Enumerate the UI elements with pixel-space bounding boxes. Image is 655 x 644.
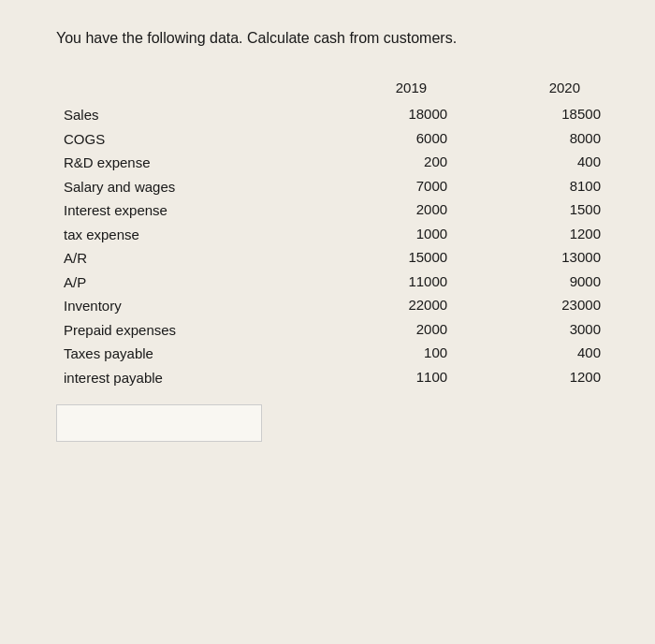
row-label: Inventory — [56, 294, 301, 318]
table-row: A/P110009000 — [56, 271, 608, 295]
row-value-2020: 1500 — [455, 198, 608, 223]
row-value-2019: 22000 — [301, 294, 455, 318]
table-row: Inventory2200023000 — [56, 294, 608, 318]
table-row: R&D expense200400 — [56, 151, 608, 175]
row-value-2020: 400 — [455, 151, 608, 175]
row-value-2019: 100 — [301, 342, 455, 366]
row-value-2019: 1000 — [301, 223, 455, 247]
col-2020-header: 2020 — [455, 77, 608, 103]
row-value-2020: 400 — [455, 342, 608, 366]
row-value-2019: 2000 — [301, 318, 455, 343]
col-2019-header: 2019 — [301, 77, 455, 103]
row-label: Taxes payable — [56, 342, 301, 366]
row-value-2020: 8100 — [455, 175, 608, 199]
table-row: A/R1500013000 — [56, 246, 608, 271]
row-value-2019: 200 — [301, 151, 455, 175]
table-row: tax expense10001200 — [56, 223, 608, 247]
table-row: Sales1800018500 — [56, 103, 608, 127]
row-label: interest payable — [56, 366, 301, 390]
row-value-2020: 18500 — [455, 103, 608, 127]
row-value-2020: 9000 — [455, 271, 608, 295]
row-value-2020: 13000 — [455, 246, 608, 271]
row-label: tax expense — [56, 223, 301, 247]
table-header-row: 2019 2020 — [56, 77, 608, 103]
row-value-2019: 1100 — [301, 366, 455, 390]
row-label: COGS — [56, 127, 301, 152]
row-label: Sales — [56, 103, 301, 127]
row-label: Salary and wages — [56, 175, 301, 199]
table-row: Prepaid expenses20003000 — [56, 318, 608, 343]
answer-input-box[interactable] — [56, 404, 262, 442]
row-label: R&D expense — [56, 151, 301, 175]
row-value-2019: 2000 — [301, 198, 455, 223]
row-value-2019: 6000 — [301, 127, 455, 152]
row-value-2019: 15000 — [301, 246, 455, 271]
table-row: interest payable11001200 — [56, 366, 608, 390]
row-label: Prepaid expenses — [56, 318, 301, 343]
table-row: Interest expense20001500 — [56, 198, 608, 223]
data-table: 2019 2020 Sales1800018500COGS60008000R&D… — [56, 77, 608, 389]
table-row: Taxes payable100400 — [56, 342, 608, 366]
row-label: Interest expense — [56, 198, 301, 223]
table-row: COGS60008000 — [56, 127, 608, 152]
row-label: A/R — [56, 246, 301, 271]
table-row: Salary and wages70008100 — [56, 175, 608, 199]
input-area — [56, 404, 608, 445]
page-container: You have the following data. Calculate c… — [0, 0, 655, 644]
row-value-2020: 1200 — [455, 366, 608, 390]
row-value-2020: 23000 — [455, 294, 608, 318]
row-value-2019: 7000 — [301, 175, 455, 199]
row-value-2019: 11000 — [301, 271, 455, 295]
row-value-2020: 1200 — [455, 223, 608, 247]
row-label: A/P — [56, 271, 301, 295]
col-label-header — [56, 77, 301, 103]
header-text: You have the following data. Calculate c… — [56, 28, 608, 49]
row-value-2020: 8000 — [455, 127, 608, 152]
row-value-2019: 18000 — [301, 103, 455, 127]
row-value-2020: 3000 — [455, 318, 608, 343]
